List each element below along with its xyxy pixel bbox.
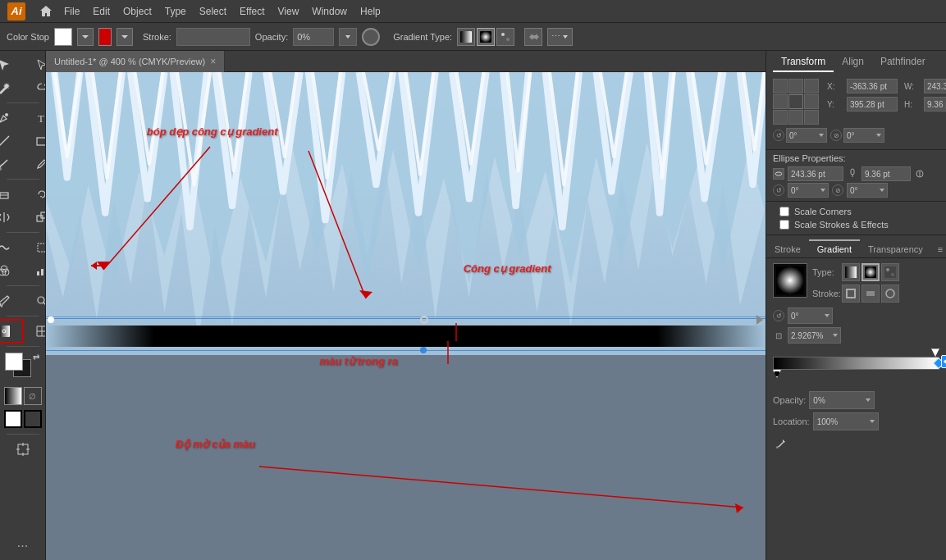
scale-tool[interactable] <box>24 207 47 228</box>
stroke-type-2[interactable] <box>861 285 880 303</box>
pencil-tool[interactable] <box>24 153 47 175</box>
free-transform-tool[interactable] <box>24 237 47 258</box>
panel-collapse-btn[interactable]: ≡ <box>939 57 946 67</box>
stroke-type-3[interactable] <box>881 285 899 303</box>
none-mode-btn[interactable]: ∅ <box>24 387 42 405</box>
type-tool[interactable]: T <box>24 107 47 129</box>
panel-menu-btn[interactable]: ≡ <box>931 241 946 257</box>
tab-pathfinder[interactable]: Pathfinder <box>872 52 934 72</box>
w-input[interactable]: 243.36 pt <box>924 79 946 93</box>
origin-ml[interactable] <box>773 94 788 109</box>
color-stop-icon-dropdown[interactable] <box>117 28 133 46</box>
warp-tool[interactable] <box>0 237 22 258</box>
ellipse-angle2-input[interactable]: 0° <box>847 183 888 198</box>
mesh-tool[interactable] <box>24 321 47 342</box>
menu-file[interactable]: File <box>57 2 86 20</box>
eraser-tool[interactable] <box>0 184 22 205</box>
type-freeform-btn[interactable] <box>881 263 899 281</box>
origin-tr[interactable] <box>804 79 819 93</box>
type-linear-btn[interactable] <box>842 263 860 281</box>
tab-close-btn[interactable]: × <box>210 56 216 67</box>
h-input[interactable]: 9.36 pt <box>924 97 946 112</box>
gradient-options-dropdown[interactable]: ⋯ <box>547 28 573 46</box>
eyedropper-tool-icon[interactable] <box>773 435 789 452</box>
color-stop-icon[interactable] <box>98 28 112 46</box>
origin-br[interactable] <box>804 110 819 125</box>
gradient-mid-handle[interactable] <box>420 347 427 353</box>
globe-icon[interactable] <box>362 28 380 46</box>
angle1-input[interactable]: 0° <box>786 128 827 143</box>
artboard-tool[interactable] <box>5 439 41 460</box>
menu-edit[interactable]: Edit <box>86 2 117 20</box>
eyedropper-tool[interactable] <box>0 290 22 312</box>
stroke-mode[interactable] <box>24 410 42 428</box>
home-button[interactable] <box>34 0 57 23</box>
transparency-tab[interactable]: Transparency <box>860 239 931 257</box>
opacity-arrow[interactable] <box>339 28 357 46</box>
gradient-tab[interactable]: Gradient <box>809 239 860 257</box>
scale-strokes-checkbox[interactable] <box>779 220 789 230</box>
origin-tl[interactable] <box>773 79 788 93</box>
menu-object[interactable]: Object <box>117 2 158 20</box>
ellipse-w-input[interactable]: 243.36 pt <box>788 166 843 181</box>
canvas[interactable]: bóp dẹp công cụ gradient Công cụ gradien… <box>46 72 765 560</box>
rect-tool[interactable] <box>24 130 47 152</box>
stroke-type-1[interactable] <box>842 285 860 303</box>
scale-corners-checkbox[interactable] <box>779 207 789 216</box>
menu-view[interactable]: View <box>272 2 306 20</box>
grad-track[interactable] <box>773 357 939 370</box>
menu-select[interactable]: Select <box>193 2 233 20</box>
fill-mode[interactable] <box>4 410 22 428</box>
lasso-tool[interactable] <box>24 77 47 98</box>
tab-transform[interactable]: Transform <box>773 52 834 72</box>
color-stop-swatch[interactable] <box>54 28 72 46</box>
menu-type[interactable]: Type <box>158 2 193 20</box>
zoom-tool[interactable] <box>24 290 47 312</box>
color-stop-dropdown[interactable] <box>77 28 94 46</box>
gradient-tool-active[interactable] <box>0 321 22 342</box>
radial-gradient-btn[interactable] <box>477 28 495 46</box>
freeform-gradient-btn[interactable] <box>496 28 514 46</box>
pen-tool[interactable] <box>0 107 22 129</box>
gradient-end-handle[interactable] <box>756 315 763 325</box>
type-radial-btn-active[interactable] <box>861 263 880 281</box>
direct-selection-tool[interactable] <box>24 54 47 75</box>
menu-window[interactable]: Window <box>305 2 354 20</box>
origin-bl[interactable] <box>773 110 788 125</box>
grad-preview-dark[interactable] <box>773 263 807 298</box>
stroke-tab[interactable]: Stroke <box>766 239 809 257</box>
ellipse-h-input[interactable]: 9.36 pt <box>861 166 911 181</box>
panel-header-transform[interactable]: Transform Align Pathfinder ≡ <box>766 51 946 74</box>
grad-stop-black-bottom[interactable] <box>773 370 781 378</box>
gradient-mode-btn[interactable] <box>4 387 22 405</box>
y-input[interactable]: 395.28 pt <box>847 97 898 112</box>
location-select[interactable]: 100% <box>813 412 879 430</box>
grad-stop-white-top[interactable] <box>931 348 939 357</box>
link-ellipse-btn[interactable] <box>847 168 858 180</box>
paintbrush-tool[interactable] <box>0 153 22 175</box>
ellipse-icon[interactable] <box>773 168 784 180</box>
x-input[interactable]: -363.36 pt <box>847 79 898 93</box>
angle2-input[interactable]: 0° <box>843 128 884 143</box>
origin-mr[interactable] <box>804 94 819 109</box>
gradient-center-handle[interactable] <box>420 316 428 324</box>
reverse-gradient-btn[interactable] <box>524 28 542 46</box>
origin-bc[interactable] <box>788 110 803 125</box>
magic-wand-tool[interactable] <box>0 77 22 98</box>
menu-effect[interactable]: Effect <box>233 2 271 20</box>
line-tool[interactable] <box>0 130 22 152</box>
selection-tool[interactable] <box>0 54 22 75</box>
ellipse-extra-btn[interactable] <box>914 168 925 180</box>
origin-tc[interactable] <box>788 79 803 93</box>
aspect-value-input[interactable]: 2.9267% <box>788 327 841 344</box>
shape-builder-tool[interactable] <box>0 260 22 281</box>
opacity-input[interactable]: 0% <box>293 28 334 46</box>
swap-colors-icon[interactable]: ⇄ <box>33 353 39 362</box>
angle-value-input[interactable]: 0° <box>788 307 833 324</box>
document-tab[interactable]: Untitled-1* @ 400 % (CMYK/Preview) × <box>46 51 225 72</box>
rotate-tool[interactable] <box>24 184 47 205</box>
tab-align[interactable]: Align <box>834 52 872 72</box>
graph-tool[interactable] <box>24 260 47 281</box>
opacity-select[interactable]: 0% <box>809 391 875 409</box>
grad-eye-icon[interactable] <box>941 355 946 368</box>
